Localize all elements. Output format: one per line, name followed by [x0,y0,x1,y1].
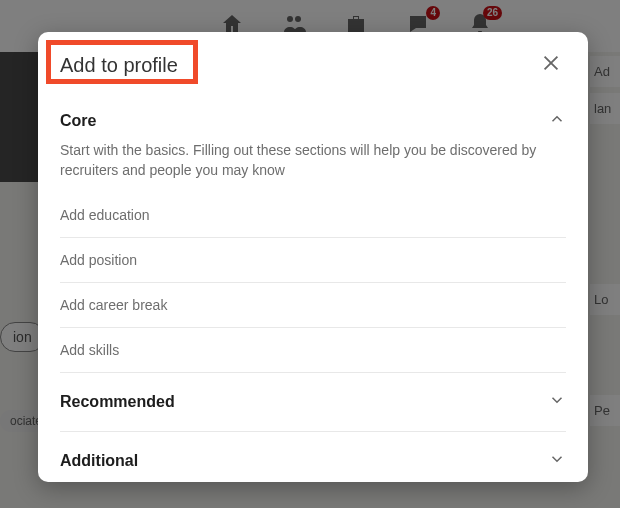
section-recommended-title: Recommended [60,393,175,411]
section-core-description: Start with the basics. Filling out these… [60,140,566,193]
close-icon [540,52,562,74]
add-skills-item[interactable]: Add skills [60,328,566,372]
section-core: Core Start with the basics. Filling out … [60,94,566,372]
modal-title: Add to profile [60,54,178,77]
section-recommended[interactable]: Recommended [60,372,566,431]
chevron-up-icon [548,110,566,132]
modal-body: Core Start with the basics. Filling out … [38,94,588,482]
section-additional-title: Additional [60,452,138,470]
section-additional[interactable]: Additional [60,431,566,482]
chevron-down-icon [548,391,566,413]
chevron-down-icon [548,450,566,472]
add-education-item[interactable]: Add education [60,193,566,238]
add-to-profile-modal: Add to profile Core Start with the basic… [38,32,588,482]
section-core-title: Core [60,112,96,130]
add-position-item[interactable]: Add position [60,238,566,283]
modal-header: Add to profile [38,32,588,94]
close-button[interactable] [536,48,566,82]
add-career-break-item[interactable]: Add career break [60,283,566,328]
section-core-header[interactable]: Core [60,94,566,140]
